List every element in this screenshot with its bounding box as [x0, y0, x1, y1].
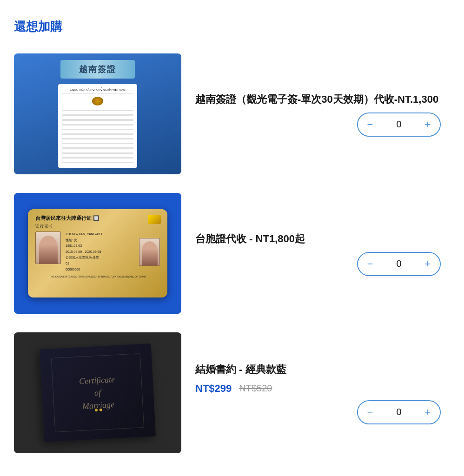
qty-display-wedding: 0 [382, 400, 416, 424]
qty-wrapper-wedding: − 0 + [357, 400, 441, 424]
product-info-vietnam: 越南簽證（觀光電子簽-單次30天效期）代收-NT.1,300 − 0 + [195, 92, 450, 137]
qty-minus-wedding[interactable]: − [358, 400, 382, 424]
qty-display-vietnam: 0 [382, 112, 416, 137]
wedding-book: CertificateofMarriage [40, 344, 156, 442]
product-item: CertificateofMarriage 結婚書約 - 經典款藍 NT$299… [14, 328, 450, 458]
qty-minus-vietnam[interactable]: − [358, 112, 382, 137]
qty-plus-wedding[interactable]: + [416, 400, 440, 424]
doc-line [62, 143, 133, 144]
doc-line [62, 124, 133, 126]
product-name-vietnam: 越南簽證（觀光電子簽-單次30天效期）代收-NT.1,300 [195, 92, 450, 107]
taibao-person-1 [39, 236, 58, 264]
wedding-gold-dots [95, 409, 102, 412]
vietnam-emblem [92, 97, 103, 106]
qty-plus-taibao[interactable]: + [416, 252, 440, 276]
product-price-row-wedding: NT$299 NT$520 [195, 383, 450, 395]
qty-display-taibao: 0 [382, 252, 416, 276]
quantity-control-taibao: − 0 + [357, 252, 441, 276]
product-info-taibao: 台胞證代收 - NT1,800起 − 0 + [195, 231, 450, 276]
taibao-card: 台灣居民來往大陸通行证 🔲 证 行 证书 ZHENG-JIAN, YANG-BE… [28, 209, 167, 298]
taibao-photo-2-container [139, 231, 160, 272]
doc-line [62, 138, 133, 139]
product-image-wedding: CertificateofMarriage [14, 332, 181, 453]
product-list: 越南簽證 CỘNG HÒA XÃ HỘI CHỦ NGHĨA VIỆT NAM [14, 49, 450, 458]
price-current-wedding: NT$299 [195, 383, 232, 395]
qty-wrapper-vietnam: − 0 + [357, 112, 441, 137]
taibao-name: ZHENG-JIAN, YANG-BEI [66, 231, 134, 238]
qty-wrapper-taibao: − 0 + [357, 252, 441, 276]
gold-dot [99, 409, 102, 411]
product-item: 台灣居民來往大陸通行证 🔲 证 行 证书 ZHENG-JIAN, YANG-BE… [14, 188, 450, 318]
taibao-photo-1 [35, 231, 61, 264]
price-original-wedding: NT$520 [239, 383, 272, 394]
product-info-wedding: 結婚書約 - 經典款藍 NT$299 NT$520 − 0 + [195, 362, 450, 424]
taibao-chip [148, 215, 161, 224]
taibao-content: ZHENG-JIAN, YANG-BEI 性别: 女 1991.08.03 20… [35, 231, 160, 272]
taibao-subtitle: 证 行 证书 [35, 224, 160, 229]
doc-line [62, 129, 133, 130]
taibao-birth: 1991.08.03 [66, 243, 134, 249]
page-title: 還想加購 [14, 19, 450, 35]
product-name-wedding: 結婚書約 - 經典款藍 [195, 362, 450, 377]
wedding-decoration [51, 353, 144, 432]
taibao-person-2 [142, 241, 158, 265]
taibao-num: 01 [66, 261, 134, 267]
taibao-photo-2 [139, 238, 160, 266]
product-image-taibao: 台灣居民來往大陸通行证 🔲 证 行 证书 ZHENG-JIAN, YANG-BE… [14, 193, 181, 314]
taibao-text: 公安出入境管理局 延签 [66, 255, 134, 261]
qty-plus-vietnam[interactable]: + [416, 112, 440, 137]
vietnam-banner-label: 越南簽證 [60, 60, 135, 79]
doc-line [62, 114, 133, 116]
doc-line [62, 147, 133, 149]
vietnam-document: CỘNG HÒA XÃ HỘI CHỦ NGHĨA VIỆT NAM [58, 84, 137, 168]
doc-line [62, 119, 133, 120]
doc-line [62, 152, 133, 154]
quantity-control-wedding: − 0 + [357, 400, 441, 424]
doc-line [62, 157, 133, 159]
taibao-footer: THIS CARD IS INTENDED FOR ITS HOLDER IN … [35, 275, 160, 278]
doc-line [62, 162, 133, 163]
taibao-info: ZHENG-JIAN, YANG-BEI 性别: 女 1991.08.03 20… [66, 231, 134, 272]
product-image-vietnam: 越南簽證 CỘNG HÒA XÃ HỘI CHỦ NGHĨA VIỆT NAM [14, 53, 181, 174]
qty-minus-taibao[interactable]: − [358, 252, 382, 276]
doc-line [62, 133, 133, 135]
taibao-valid1: 2015.09.09 - 2020.09.08 [66, 249, 134, 255]
product-name-taibao: 台胞證代收 - NT1,800起 [195, 231, 450, 246]
taibao-title: 台灣居民來往大陸通行证 🔲 [35, 215, 160, 222]
taibao-gender: 性别: 女 [66, 238, 134, 244]
quantity-control-vietnam: − 0 + [357, 112, 441, 137]
product-item: 越南簽證 CỘNG HÒA XÃ HỘI CHỦ NGHĨA VIỆT NAM [14, 49, 450, 179]
doc-line [62, 110, 133, 111]
taibao-id: 00000000 [66, 267, 134, 273]
gold-dot [95, 409, 98, 411]
vietnam-doc-header: CỘNG HÒA XÃ HỘI CHỦ NGHĨA VIỆT NAM [62, 88, 133, 93]
